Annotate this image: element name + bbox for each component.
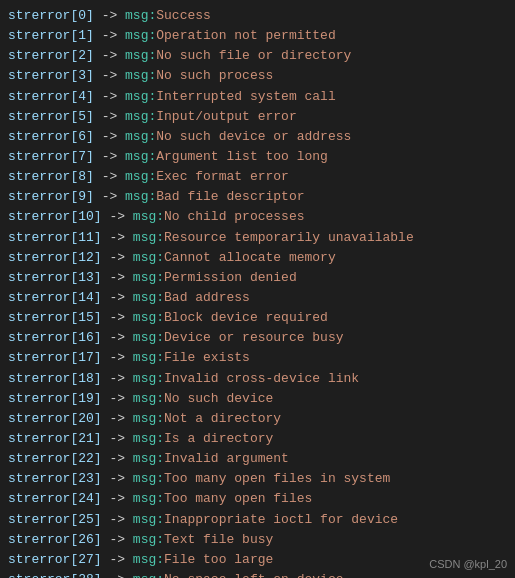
line-arrow: ->: [102, 411, 133, 426]
line-msg-label: msg:: [133, 411, 164, 426]
line-msg-value: Interrupted system call: [156, 89, 335, 104]
line-arrow: ->: [94, 149, 125, 164]
line-msg-label: msg:: [133, 290, 164, 305]
line-key: strerror[18]: [8, 371, 102, 386]
line-msg-value: Text file busy: [164, 532, 273, 547]
line-key: strerror[1]: [8, 28, 94, 43]
line-arrow: ->: [102, 431, 133, 446]
terminal-line: strerror[10] -> msg:No child processes: [8, 207, 507, 227]
line-msg-value: Device or resource busy: [164, 330, 343, 345]
terminal-line: strerror[22] -> msg:Invalid argument: [8, 449, 507, 469]
line-key: strerror[19]: [8, 391, 102, 406]
line-msg-value: Cannot allocate memory: [164, 250, 336, 265]
line-msg-value: Argument list too long: [156, 149, 328, 164]
line-msg-label: msg:: [133, 310, 164, 325]
line-msg-value: Invalid cross-device link: [164, 371, 359, 386]
line-arrow: ->: [94, 89, 125, 104]
line-msg-value: No space left on device: [164, 572, 343, 578]
terminal-line: strerror[5] -> msg:Input/output error: [8, 107, 507, 127]
line-msg-label: msg:: [133, 391, 164, 406]
terminal-line: strerror[28] -> msg:No space left on dev…: [8, 570, 507, 578]
line-key: strerror[7]: [8, 149, 94, 164]
line-msg-label: msg:: [133, 209, 164, 224]
line-msg-label: msg:: [133, 552, 164, 567]
watermark: CSDN @kpl_20: [429, 558, 507, 570]
line-msg-label: msg:: [133, 451, 164, 466]
line-arrow: ->: [102, 230, 133, 245]
terminal-line: strerror[6] -> msg:No such device or add…: [8, 127, 507, 147]
terminal-line: strerror[3] -> msg:No such process: [8, 66, 507, 86]
line-msg-label: msg:: [125, 8, 156, 23]
line-arrow: ->: [102, 391, 133, 406]
line-msg-label: msg:: [133, 330, 164, 345]
terminal-line: strerror[16] -> msg:Device or resource b…: [8, 328, 507, 348]
line-msg-label: msg:: [133, 512, 164, 527]
line-key: strerror[27]: [8, 552, 102, 567]
line-key: strerror[28]: [8, 572, 102, 578]
line-key: strerror[20]: [8, 411, 102, 426]
line-arrow: ->: [102, 330, 133, 345]
line-msg-value: Too many open files: [164, 491, 312, 506]
line-msg-value: Inappropriate ioctl for device: [164, 512, 398, 527]
line-arrow: ->: [94, 8, 125, 23]
line-msg-value: No such file or directory: [156, 48, 351, 63]
line-arrow: ->: [94, 169, 125, 184]
line-arrow: ->: [102, 491, 133, 506]
line-arrow: ->: [102, 371, 133, 386]
line-key: strerror[24]: [8, 491, 102, 506]
line-key: strerror[14]: [8, 290, 102, 305]
line-key: strerror[11]: [8, 230, 102, 245]
line-msg-label: msg:: [125, 169, 156, 184]
line-arrow: ->: [102, 471, 133, 486]
terminal-line: strerror[0] -> msg:Success: [8, 6, 507, 26]
line-msg-value: Exec format error: [156, 169, 289, 184]
line-msg-value: Bad address: [164, 290, 250, 305]
line-msg-value: Input/output error: [156, 109, 296, 124]
line-msg-value: Block device required: [164, 310, 328, 325]
terminal-line: strerror[14] -> msg:Bad address: [8, 288, 507, 308]
line-key: strerror[3]: [8, 68, 94, 83]
line-key: strerror[2]: [8, 48, 94, 63]
line-msg-label: msg:: [133, 371, 164, 386]
terminal-line: strerror[1] -> msg:Operation not permitt…: [8, 26, 507, 46]
line-msg-label: msg:: [133, 250, 164, 265]
line-arrow: ->: [102, 350, 133, 365]
line-msg-value: Not a directory: [164, 411, 281, 426]
line-msg-label: msg:: [133, 532, 164, 547]
terminal-line: strerror[20] -> msg:Not a directory: [8, 409, 507, 429]
line-msg-label: msg:: [125, 189, 156, 204]
line-key: strerror[12]: [8, 250, 102, 265]
line-msg-value: No such process: [156, 68, 273, 83]
line-msg-label: msg:: [125, 68, 156, 83]
terminal-line: strerror[17] -> msg:File exists: [8, 348, 507, 368]
terminal-line: strerror[19] -> msg:No such device: [8, 389, 507, 409]
terminal-line: strerror[25] -> msg:Inappropriate ioctl …: [8, 510, 507, 530]
terminal-line: strerror[23] -> msg:Too many open files …: [8, 469, 507, 489]
line-msg-value: Is a directory: [164, 431, 273, 446]
line-arrow: ->: [102, 552, 133, 567]
line-msg-label: msg:: [125, 129, 156, 144]
terminal-line: strerror[4] -> msg:Interrupted system ca…: [8, 87, 507, 107]
line-arrow: ->: [94, 129, 125, 144]
line-msg-value: Invalid argument: [164, 451, 289, 466]
terminal-line: strerror[2] -> msg:No such file or direc…: [8, 46, 507, 66]
line-msg-label: msg:: [125, 109, 156, 124]
line-arrow: ->: [94, 28, 125, 43]
line-msg-value: Operation not permitted: [156, 28, 335, 43]
terminal-line: strerror[21] -> msg:Is a directory: [8, 429, 507, 449]
line-key: strerror[21]: [8, 431, 102, 446]
line-msg-value: Permission denied: [164, 270, 297, 285]
line-arrow: ->: [102, 512, 133, 527]
line-msg-label: msg:: [125, 48, 156, 63]
line-arrow: ->: [94, 109, 125, 124]
terminal-line: strerror[18] -> msg:Invalid cross-device…: [8, 369, 507, 389]
line-msg-value: Too many open files in system: [164, 471, 390, 486]
line-key: strerror[15]: [8, 310, 102, 325]
line-msg-label: msg:: [133, 270, 164, 285]
line-msg-value: Resource temporarily unavailable: [164, 230, 414, 245]
line-msg-value: No such device or address: [156, 129, 351, 144]
line-msg-label: msg:: [133, 230, 164, 245]
line-msg-label: msg:: [125, 28, 156, 43]
line-key: strerror[23]: [8, 471, 102, 486]
line-key: strerror[26]: [8, 532, 102, 547]
